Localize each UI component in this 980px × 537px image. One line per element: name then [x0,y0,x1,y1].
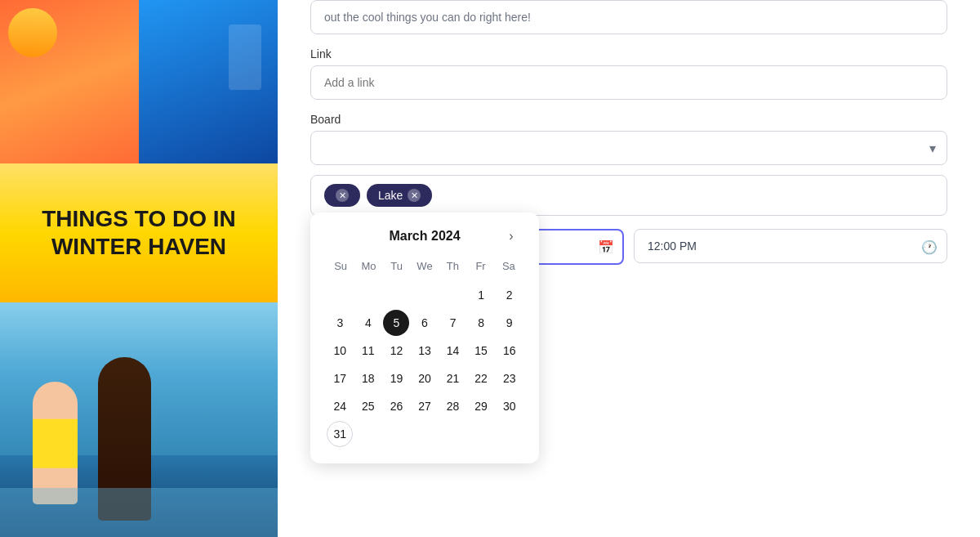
calendar-day-23[interactable]: 23 [497,365,523,392]
board-select[interactable] [310,131,947,165]
board-select-wrapper [310,131,947,165]
calendar-day-31[interactable]: 31 [327,421,353,447]
weekday-su: Su [327,257,354,275]
calendar-popup: March 2024 › Su Mo Tu We Th Fr Sa [310,213,539,463]
image-top [0,0,278,163]
calendar-day-7[interactable]: 7 [440,310,466,336]
image-bottom [0,302,278,537]
calendar-grid: Su Mo Tu We Th Fr Sa 1234567891011121314… [327,257,523,447]
tag-lake-remove-button[interactable]: ✕ [408,189,421,202]
image-banner: THINGS TO DO IN WINTER HAVEN [0,163,278,302]
calendar-day-12[interactable]: 12 [383,338,409,364]
weekday-mo: Mo [354,257,382,275]
weekday-sa: Sa [495,257,523,275]
calendar-day-22[interactable]: 22 [468,365,494,392]
right-panel: out the cool things you can do right her… [278,0,980,537]
link-input[interactable] [310,65,947,100]
calendar-day-26[interactable]: 26 [383,393,409,419]
clock-icon: 🕐 [921,239,938,255]
board-label: Board [310,113,947,126]
description-preview: out the cool things you can do right her… [310,0,947,34]
tags-container: ✕ Lake ✕ [310,175,947,216]
calendar-day-29[interactable]: 29 [468,393,494,419]
tag-item: ✕ [324,184,360,207]
calendar-day-4[interactable]: 4 [355,310,381,336]
calendar-day-14[interactable]: 14 [440,338,466,364]
tag-lake: Lake ✕ [367,184,432,207]
board-section: Board March 2024 › Su [310,113,947,216]
time-input[interactable] [634,229,947,263]
description-text: out the cool things you can do right her… [324,11,531,24]
form-inner: March 2024 › Su Mo Tu We Th Fr Sa [310,131,947,216]
weekday-tu: Tu [383,257,411,275]
calendar-title: March 2024 [389,229,460,244]
calendar-day-18[interactable]: 18 [355,365,381,392]
calendar-day-8[interactable]: 8 [468,310,494,336]
calendar-header: March 2024 › [327,229,523,244]
weekday-we: We [411,257,439,275]
calendar-day-13[interactable]: 13 [412,338,438,364]
link-label: Link [310,47,947,60]
calendar-day-1[interactable]: 1 [468,282,494,308]
calendar-day-6[interactable]: 6 [412,310,438,336]
calendar-days: 1234567891011121314151617181920212223242… [327,282,523,447]
calendar-day-24[interactable]: 24 [327,393,353,419]
calendar-day-25[interactable]: 25 [355,393,381,419]
weekday-th: Th [439,257,466,275]
calendar-day-10[interactable]: 10 [327,338,353,364]
time-input-wrapper: 🕐 [634,229,947,265]
calendar-day-3[interactable]: 3 [327,310,353,336]
tag-remove-button[interactable]: ✕ [336,189,349,202]
calendar-day-19[interactable]: 19 [383,365,409,392]
link-section: Link [310,47,947,100]
page-container: THINGS TO DO IN WINTER HAVEN out the coo… [0,0,980,537]
calendar-day-16[interactable]: 16 [497,338,523,364]
calendar-day-2[interactable]: 2 [497,282,523,308]
calendar-day-28[interactable]: 28 [440,393,466,419]
weekday-fr: Fr [466,257,494,275]
calendar-weekdays: Su Mo Tu We Th Fr Sa [327,257,523,275]
calendar-day-30[interactable]: 30 [497,393,523,419]
calendar-day-5[interactable]: 5 [383,310,409,336]
banner-text: THINGS TO DO IN WINTER HAVEN [33,197,244,268]
calendar-day-9[interactable]: 9 [497,310,523,336]
calendar-day-15[interactable]: 15 [468,338,494,364]
calendar-day-21[interactable]: 21 [440,365,466,392]
calendar-day-17[interactable]: 17 [327,365,353,392]
calendar-day-20[interactable]: 20 [412,365,438,392]
left-panel: THINGS TO DO IN WINTER HAVEN [0,0,278,537]
description-section: out the cool things you can do right her… [310,0,947,34]
calendar-next-button[interactable]: › [500,225,523,248]
tag-lake-label: Lake [378,189,403,202]
calendar-day-11[interactable]: 11 [355,338,381,364]
calendar-day-27[interactable]: 27 [412,393,438,419]
calendar-icon: 📅 [598,239,614,255]
